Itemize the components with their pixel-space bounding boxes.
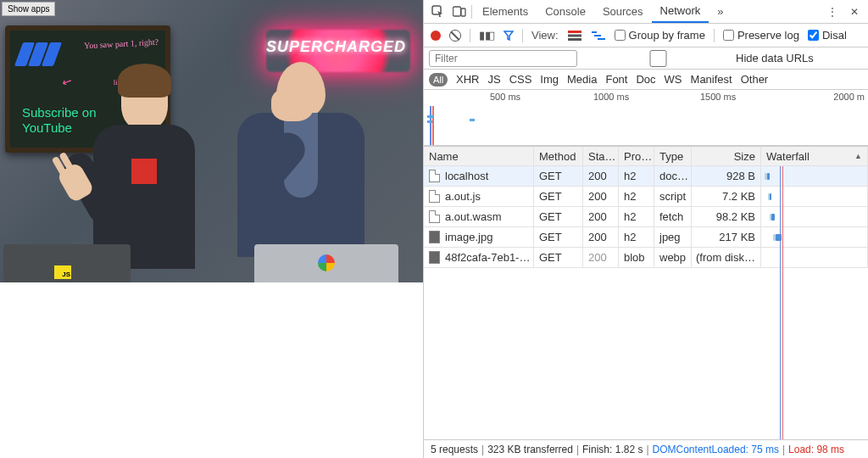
neon-sign: SUPERCHARGED [266, 38, 406, 56]
col-waterfall[interactable]: Waterfall▲ [761, 147, 868, 165]
capture-screenshots-icon[interactable]: ▮◧ [479, 29, 495, 42]
cell-type: webp [654, 248, 692, 267]
devtools-panel: Elements Console Sources Network » ⋮ ✕ ▮… [423, 0, 868, 458]
kebab-menu-icon[interactable]: ⋮ [822, 2, 843, 22]
waterfall-view-icon[interactable] [591, 29, 606, 42]
cell-method: GET [534, 207, 583, 226]
tabs-overflow-icon[interactable]: » [709, 0, 732, 23]
laptop [254, 244, 398, 282]
col-type[interactable]: Type [654, 147, 692, 165]
table-row[interactable]: localhostGET200h2doc…928 B [424, 166, 868, 187]
cell-method: GET [534, 248, 583, 267]
timeline-tick: 500 ms [490, 92, 520, 102]
type-filter-other[interactable]: Other [741, 73, 769, 86]
cell-type: fetch [654, 207, 692, 226]
tab-network[interactable]: Network [652, 0, 709, 23]
col-status[interactable]: Sta… [583, 147, 619, 165]
request-name: localhost [445, 170, 488, 182]
cell-type: script [654, 187, 692, 206]
timeline-tick: 2000 m [833, 92, 865, 102]
group-by-frame-checkbox[interactable]: Group by frame [615, 29, 705, 42]
timeline-tick: 1000 ms [593, 92, 629, 102]
disable-cache-checkbox[interactable]: Disal [808, 29, 847, 42]
cell-method: GET [534, 166, 583, 186]
view-label: View: [531, 29, 559, 42]
filter-icon[interactable] [504, 31, 514, 41]
hide-data-urls-checkbox[interactable]: Hide data URLs [584, 50, 814, 67]
cell-size: 7.2 KB [692, 187, 761, 206]
request-name: 48f2cafa-7eb1-… [445, 251, 530, 264]
file-icon [429, 251, 440, 264]
type-filter-font[interactable]: Font [605, 73, 627, 86]
filter-input[interactable] [429, 50, 577, 67]
cell-waterfall [761, 207, 868, 226]
chalk-text: You saw part 1, right? [84, 37, 159, 51]
cell-protocol: h2 [619, 166, 654, 186]
cell-status: 200 [583, 207, 619, 226]
content-screenshot: Show apps SUPERCHARGED You saw part 1, r… [0, 0, 423, 282]
cell-status: 200 [583, 227, 619, 247]
sort-ascending-icon: ▲ [854, 152, 862, 160]
svg-rect-4 [568, 34, 581, 36]
tab-console[interactable]: Console [537, 0, 594, 23]
type-filter-manifest[interactable]: Manifest [691, 73, 732, 86]
cell-waterfall [761, 248, 868, 267]
cell-size: (from disk… [692, 248, 761, 267]
type-filter-ws[interactable]: WS [665, 73, 682, 86]
cell-protocol: h2 [619, 227, 654, 247]
col-protocol[interactable]: Pro… [619, 147, 654, 165]
tab-elements[interactable]: Elements [474, 0, 537, 23]
type-filter-xhr[interactable]: XHR [456, 73, 479, 86]
large-rows-icon[interactable] [567, 29, 582, 42]
type-filter-css[interactable]: CSS [509, 73, 532, 86]
table-header: Name Method Sta… Pro… Type Size Waterfal… [424, 146, 868, 166]
cell-method: GET [534, 187, 583, 206]
table-row[interactable]: image.jpgGET200h2jpeg217 KB [424, 227, 868, 248]
device-toggle-icon[interactable] [449, 2, 470, 22]
timeline-tick: 1500 ms [700, 92, 736, 102]
clear-button[interactable] [449, 30, 461, 42]
svg-rect-1 [453, 7, 461, 16]
cell-type: doc… [654, 166, 692, 186]
close-icon[interactable]: ✕ [844, 2, 865, 22]
cell-waterfall [761, 227, 868, 247]
inspect-icon[interactable] [427, 2, 448, 22]
file-icon [429, 170, 440, 182]
file-icon [429, 190, 440, 203]
svg-rect-5 [568, 38, 581, 41]
cell-status: 200 [583, 248, 619, 267]
polymer-logo-icon [19, 42, 59, 71]
type-filter-doc[interactable]: Doc [636, 73, 655, 86]
timeline-overview[interactable]: 500 ms 1000 ms 1500 ms 2000 m [424, 90, 868, 146]
cell-waterfall [761, 166, 868, 186]
cell-type: jpeg [654, 227, 692, 247]
tab-sources[interactable]: Sources [594, 0, 652, 23]
cell-protocol: h2 [619, 207, 654, 226]
svg-rect-8 [598, 38, 605, 40]
svg-rect-6 [592, 31, 597, 33]
cell-status: 200 [583, 166, 619, 186]
type-filter-js[interactable]: JS [487, 73, 500, 86]
load-marker [782, 166, 783, 439]
cell-protocol: blob [619, 248, 654, 267]
record-button[interactable] [431, 31, 441, 41]
table-row[interactable]: a.out.jsGET200h2script7.2 KB [424, 187, 868, 207]
file-icon [429, 210, 440, 223]
cell-size: 98.2 KB [692, 207, 761, 226]
request-name: a.out.wasm [445, 210, 501, 223]
col-method[interactable]: Method [534, 147, 583, 165]
col-size[interactable]: Size [692, 147, 761, 165]
preserve-log-checkbox[interactable]: Preserve log [723, 29, 799, 42]
table-row[interactable]: a.out.wasmGET200h2fetch98.2 KB [424, 207, 868, 227]
svg-rect-3 [568, 31, 581, 33]
status-bar: 5 requests| 323 KB transferred| Finish: … [424, 439, 868, 458]
type-filter-img[interactable]: Img [540, 73, 559, 86]
col-name[interactable]: Name [424, 147, 534, 165]
svg-rect-7 [594, 35, 601, 36]
cell-protocol: h2 [619, 187, 654, 206]
cell-waterfall [761, 187, 868, 206]
type-filter-media[interactable]: Media [567, 73, 597, 86]
table-row[interactable]: 48f2cafa-7eb1-…GET200blobwebp(from disk… [424, 248, 868, 268]
type-filter-all[interactable]: All [429, 73, 448, 87]
show-apps-button[interactable]: Show apps [2, 2, 55, 16]
